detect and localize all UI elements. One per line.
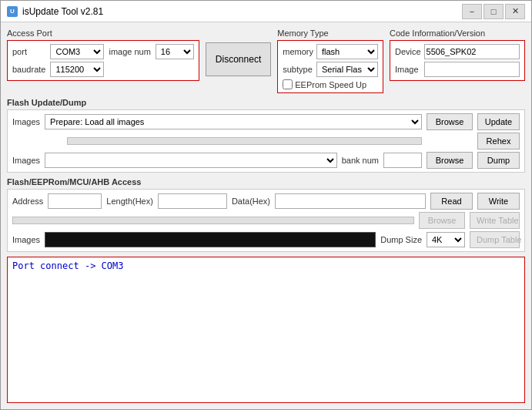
flash-eep-section: Flash/EEPRom/MCU/AHB Access Address Leng…: [7, 177, 525, 252]
maximize-button[interactable]: □: [483, 4, 504, 19]
app-icon: U: [7, 6, 18, 17]
eep-row2: Browse Write Table: [12, 212, 520, 229]
code-info-grid: Device 5506_SPK02 Image: [395, 44, 520, 77]
flash-row1: Images Prepare: Load all images Browse U…: [12, 113, 520, 130]
title-controls: − □ ✕: [462, 4, 525, 19]
subtype-select[interactable]: Serial Flas: [316, 62, 378, 77]
address-label: Address: [12, 197, 43, 206]
browse3-button[interactable]: Browse: [419, 212, 465, 229]
dump-table-button[interactable]: Dump Table: [470, 231, 520, 248]
memory-select[interactable]: flash: [316, 44, 378, 59]
image-input[interactable]: [424, 62, 520, 77]
image-label: Image: [395, 65, 421, 74]
data-label: Data(Hex): [232, 197, 270, 206]
baudrate-label: baudrate: [12, 65, 45, 74]
write-button[interactable]: Write: [477, 193, 520, 210]
images1-label: Images: [12, 117, 40, 126]
images2-select[interactable]: [45, 153, 337, 168]
browse2-button[interactable]: Browse: [427, 152, 473, 169]
images2-label: Images: [12, 156, 40, 165]
flash-eep-box: Address Length(Hex) Data(Hex) Read Write…: [7, 189, 525, 252]
subtype-label: subtype: [283, 65, 313, 74]
flash-update-label: Flash Update/Dump: [7, 98, 525, 107]
read-button[interactable]: Read: [430, 193, 473, 210]
eeprom-speedup-label: EEProm Speed Up: [295, 80, 366, 89]
minimize-button[interactable]: −: [462, 4, 482, 19]
address-input[interactable]: [48, 193, 102, 209]
progress1-container: [12, 137, 422, 145]
title-bar-left: U isUpdate Tool v2.81: [7, 6, 103, 17]
progress-bar1: [67, 137, 422, 145]
access-port-box: port COM3 image num 16 baudrate 115200: [7, 40, 199, 81]
length-label: Length(Hex): [106, 197, 153, 206]
dump-size-select[interactable]: 4K 8K 16K: [427, 232, 465, 247]
rehex-button[interactable]: Rehex: [477, 133, 520, 150]
eeprom-speedup-row: EEProm Speed Up: [283, 79, 378, 89]
flash-update-box: Images Prepare: Load all images Browse U…: [7, 109, 525, 173]
dump-button[interactable]: Dump: [477, 152, 520, 169]
disconnect-button[interactable]: Disconnect: [206, 42, 271, 76]
memory-label: memory: [283, 47, 313, 56]
memory-type-box: memory flash subtype Serial Flas EEProm …: [277, 40, 383, 93]
close-button[interactable]: ✕: [505, 4, 525, 19]
image-num-label: image num: [109, 47, 150, 56]
port-label: port: [12, 47, 45, 56]
length-input[interactable]: [158, 193, 227, 209]
device-label: Device: [395, 47, 421, 56]
top-row: Access Port port COM3 image num 16 baudr…: [7, 29, 525, 93]
flash-row3: Images bank num Browse Dump: [12, 152, 520, 169]
log-area: Port connect -> COM3: [7, 257, 525, 403]
port-select[interactable]: COM3: [50, 44, 104, 59]
eeprom-speedup-checkbox[interactable]: [283, 79, 293, 89]
flash-eep-label: Flash/EEPRom/MCU/AHB Access: [7, 177, 525, 187]
write-table-button[interactable]: Write Table: [470, 212, 520, 229]
code-info-label: Code Information/Version: [390, 29, 525, 38]
log-text: Port connect -> COM3: [12, 260, 124, 271]
flash-update-section: Flash Update/Dump Images Prepare: Load a…: [7, 98, 525, 173]
addr-row1: Address Length(Hex) Data(Hex) Read Write: [12, 193, 520, 210]
image-num-select[interactable]: 16: [156, 44, 194, 59]
dump-size-label: Dump Size: [380, 235, 422, 244]
browse1-button[interactable]: Browse: [427, 113, 473, 130]
access-port-grid: port COM3 image num 16 baudrate 115200: [12, 44, 194, 77]
title-bar: U isUpdate Tool v2.81 − □ ✕: [1, 1, 531, 22]
bank-num-input[interactable]: [383, 153, 422, 168]
window-title: isUpdate Tool v2.81: [22, 6, 103, 17]
code-info-section: Code Information/Version Device 5506_SPK…: [390, 29, 525, 93]
eep-row3: Images Dump Size 4K 8K 16K Dump Table: [12, 231, 520, 248]
update-button[interactable]: Update: [477, 113, 520, 130]
access-port-label: Access Port: [7, 29, 199, 38]
data-input[interactable]: [275, 193, 426, 209]
baudrate-select[interactable]: 115200: [50, 62, 104, 77]
flash-row2: Rehex: [12, 133, 520, 150]
bank-num-label: bank num: [342, 156, 379, 165]
disconnect-container: Disconnect: [206, 29, 271, 93]
images-black-box: [45, 232, 376, 247]
images3-label: Images: [12, 235, 40, 244]
memory-grid: memory flash subtype Serial Flas EEProm …: [283, 44, 378, 89]
memory-type-label: Memory Type: [277, 29, 383, 38]
device-input[interactable]: 5506_SPK02: [424, 44, 520, 59]
access-port-section: Access Port port COM3 image num 16 baudr…: [7, 29, 199, 93]
images1-select[interactable]: Prepare: Load all images: [45, 114, 422, 129]
memory-type-section: Memory Type memory flash subtype Serial …: [277, 29, 383, 93]
code-info-box: Device 5506_SPK02 Image: [390, 40, 525, 81]
main-window: U isUpdate Tool v2.81 − □ ✕ Access Port …: [0, 0, 532, 410]
progress-bar2: [12, 217, 414, 224]
main-content: Access Port port COM3 image num 16 baudr…: [1, 22, 531, 409]
